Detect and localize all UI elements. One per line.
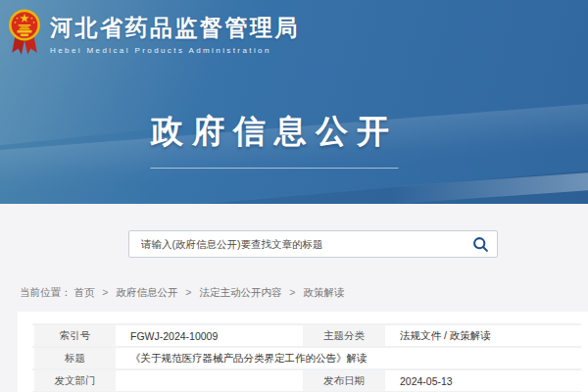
publish-date-label: 发布日期: [301, 370, 387, 391]
agency-logo-link[interactable]: 河北省药品监督管理局 Hebei Medical Products Admini…: [8, 9, 300, 58]
index-number-label: 索引号: [32, 325, 118, 346]
issuing-department-label: 发文部门: [32, 370, 118, 391]
breadcrumb-separator: >: [289, 286, 295, 298]
search-button[interactable]: [464, 231, 497, 257]
topic-category-value: 法规文件 / 政策解读: [387, 325, 581, 346]
breadcrumb: 当前位置： 首页 > 政府信息公开 > 法定主动公开内容 > 政策解读: [20, 286, 344, 300]
table-row-index: 索引号 FGWJ-2024-10009 主题分类 法规文件 / 政策解读: [32, 325, 581, 348]
table-row-department: 发文部门 发布日期 2024-05-13: [32, 370, 581, 392]
breadcrumb-current-policy-interpretation: 政策解读: [303, 286, 344, 298]
breadcrumb-gov-info[interactable]: 政府信息公开: [116, 286, 177, 298]
index-number-value: FGWJ-2024-10009: [118, 325, 301, 346]
document-info-card: 索引号 FGWJ-2024-10009 主题分类 法规文件 / 政策解读 标题 …: [18, 312, 588, 392]
table-row-title: 标题 《关于规范医疗器械产品分类界定工作的公告》解读: [32, 348, 581, 370]
banner-dark-wedge: [206, 171, 588, 204]
content-area: 当前位置： 首页 > 政府信息公开 > 法定主动公开内容 > 政策解读 索引号 …: [0, 204, 588, 392]
national-emblem-icon: [8, 9, 41, 58]
page-title: 政府信息公开: [151, 110, 399, 154]
banner-title-block: 政府信息公开: [151, 110, 399, 169]
agency-text-block: 河北省药品监督管理局 Hebei Medical Products Admini…: [50, 13, 300, 55]
search-box: [128, 230, 498, 258]
issuing-department-value: [118, 370, 301, 391]
document-title-label: 标题: [32, 348, 118, 368]
topic-category-label: 主题分类: [301, 325, 387, 346]
search-icon: [472, 236, 489, 253]
breadcrumb-prefix: 当前位置：: [20, 286, 72, 298]
agency-name-english: Hebei Medical Products Administration: [50, 46, 300, 55]
publish-date-value: 2024-05-13: [387, 370, 581, 391]
document-info-table: 索引号 FGWJ-2024-10009 主题分类 法规文件 / 政策解读 标题 …: [32, 323, 581, 392]
document-title-value: 《关于规范医疗器械产品分类界定工作的公告》解读: [118, 348, 581, 368]
agency-name: 河北省药品监督管理局: [50, 13, 300, 43]
breadcrumb-proactive-disclosure[interactable]: 法定主动公开内容: [199, 286, 281, 298]
search-input[interactable]: [129, 231, 464, 257]
breadcrumb-home[interactable]: 首页: [74, 286, 94, 298]
banner-underline: [151, 168, 399, 169]
breadcrumb-separator: >: [185, 286, 191, 298]
banner-light-streak: [353, 172, 588, 204]
site-header: 河北省药品监督管理局 Hebei Medical Products Admini…: [0, 0, 588, 204]
breadcrumb-separator: >: [102, 286, 108, 298]
